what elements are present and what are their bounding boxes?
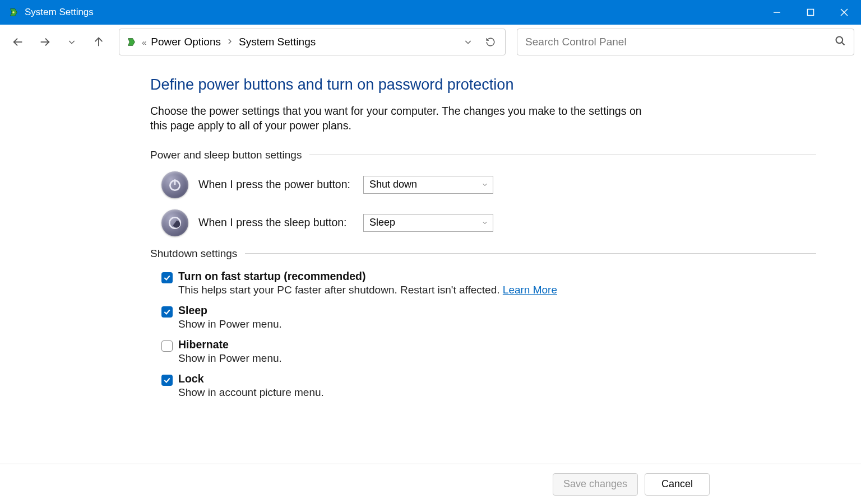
sleep-button-label: When I press the sleep button: bbox=[198, 216, 353, 229]
save-changes-label: Save changes bbox=[563, 478, 627, 490]
checkbox-title: Sleep bbox=[178, 304, 282, 317]
location-icon bbox=[125, 36, 137, 48]
divider bbox=[309, 155, 816, 155]
address-history-button[interactable] bbox=[459, 33, 477, 51]
page-title: Define power buttons and turn on passwor… bbox=[150, 76, 816, 94]
shutdown-item: HibernateShow in Power menu. bbox=[161, 338, 816, 365]
checkbox[interactable] bbox=[161, 340, 173, 352]
power-button-label: When I press the power button: bbox=[198, 178, 353, 191]
svg-point-8 bbox=[836, 37, 843, 44]
shutdown-item: Turn on fast startup (recommended)This h… bbox=[161, 270, 816, 296]
chevron-down-icon bbox=[482, 179, 488, 190]
checkbox-description-text: Show in Power menu. bbox=[178, 352, 282, 364]
power-icon bbox=[161, 171, 188, 198]
save-changes-button[interactable]: Save changes bbox=[553, 473, 638, 496]
svg-point-0 bbox=[12, 11, 15, 13]
checkbox-description-text: Show in Power menu. bbox=[178, 318, 282, 330]
checkbox-description: Show in account picture menu. bbox=[178, 386, 324, 399]
nav-row: « Power Options System Settings bbox=[0, 25, 861, 59]
search-box[interactable] bbox=[517, 29, 854, 55]
refresh-button[interactable] bbox=[482, 33, 499, 51]
checkbox-content: SleepShow in Power menu. bbox=[178, 304, 282, 330]
window-title: System Settings bbox=[25, 7, 94, 18]
checkbox-content: LockShow in account picture menu. bbox=[178, 372, 324, 399]
up-button[interactable] bbox=[87, 31, 110, 53]
sleep-button-value: Sleep bbox=[369, 217, 395, 228]
minimize-button[interactable] bbox=[760, 0, 794, 25]
search-icon[interactable] bbox=[835, 35, 846, 49]
checkbox-description-text: This helps start your PC faster after sh… bbox=[178, 284, 503, 296]
checkbox-description: This helps start your PC faster after sh… bbox=[178, 284, 557, 296]
shutdown-item: SleepShow in Power menu. bbox=[161, 304, 816, 330]
breadcrumb-current[interactable]: System Settings bbox=[239, 36, 316, 48]
sleep-button-dropdown[interactable]: Sleep bbox=[363, 214, 493, 232]
maximize-button[interactable] bbox=[794, 0, 827, 25]
sleep-icon bbox=[161, 209, 188, 236]
cancel-button[interactable]: Cancel bbox=[645, 473, 710, 496]
checkbox[interactable] bbox=[161, 272, 173, 283]
shutdown-item: LockShow in account picture menu. bbox=[161, 372, 816, 399]
power-button-dropdown[interactable]: Shut down bbox=[363, 176, 493, 194]
checkbox-description: Show in Power menu. bbox=[178, 318, 282, 330]
titlebar: System Settings bbox=[0, 0, 861, 25]
sleep-button-row: When I press the sleep button: Sleep bbox=[161, 209, 816, 236]
content-area: Define power buttons and turn on passwor… bbox=[0, 59, 861, 464]
checkbox[interactable] bbox=[161, 306, 173, 318]
chevron-right-icon bbox=[226, 37, 233, 47]
checkbox-title: Turn on fast startup (recommended) bbox=[178, 270, 557, 283]
breadcrumb-parent[interactable]: Power Options bbox=[151, 36, 221, 48]
cancel-label: Cancel bbox=[661, 478, 693, 490]
checkbox-title: Lock bbox=[178, 372, 324, 385]
power-button-value: Shut down bbox=[369, 179, 417, 190]
svg-rect-2 bbox=[808, 10, 814, 16]
page-description: Choose the power settings that you want … bbox=[150, 104, 655, 133]
divider bbox=[245, 253, 816, 254]
learn-more-link[interactable]: Learn More bbox=[503, 284, 557, 296]
address-bar[interactable]: « Power Options System Settings bbox=[119, 29, 506, 55]
checkbox-content: HibernateShow in Power menu. bbox=[178, 338, 282, 365]
checkbox-title: Hibernate bbox=[178, 338, 282, 351]
forward-button[interactable] bbox=[34, 31, 56, 53]
close-button[interactable] bbox=[827, 0, 861, 25]
breadcrumb-ellipsis[interactable]: « bbox=[142, 38, 146, 47]
checkbox-content: Turn on fast startup (recommended)This h… bbox=[178, 270, 557, 296]
svg-line-9 bbox=[842, 43, 845, 45]
back-button[interactable] bbox=[7, 31, 29, 53]
search-input[interactable] bbox=[525, 36, 835, 48]
checkbox-description: Show in Power menu. bbox=[178, 352, 282, 365]
app-icon bbox=[8, 7, 19, 18]
chevron-down-icon bbox=[482, 217, 488, 228]
recent-locations-button[interactable] bbox=[61, 31, 83, 53]
section-header-shutdown-label: Shutdown settings bbox=[150, 248, 245, 260]
section-header-buttons: Power and sleep button settings bbox=[150, 149, 816, 161]
section-header-buttons-label: Power and sleep button settings bbox=[150, 149, 309, 161]
power-button-row: When I press the power button: Shut down bbox=[161, 171, 816, 198]
checkbox-description-text: Show in account picture menu. bbox=[178, 386, 324, 398]
footer: Save changes Cancel bbox=[0, 464, 861, 504]
checkbox[interactable] bbox=[161, 375, 173, 386]
section-header-shutdown: Shutdown settings bbox=[150, 248, 816, 260]
